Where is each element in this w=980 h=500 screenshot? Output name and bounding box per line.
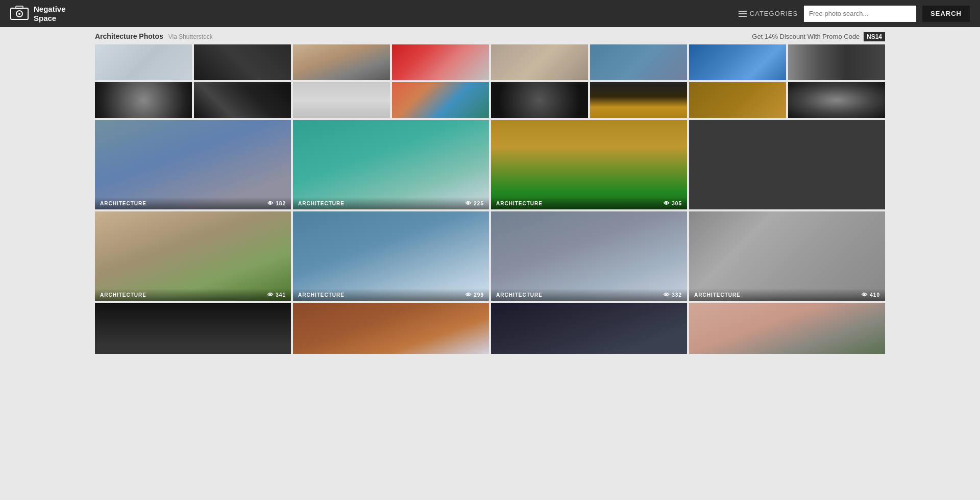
- thumbnail-row-2: [95, 82, 885, 118]
- thumbnail[interactable]: [689, 82, 786, 118]
- thumbnail[interactable]: [293, 44, 390, 80]
- thumbnail[interactable]: [590, 82, 687, 118]
- photo-card[interactable]: ARCHITECTURE👁341: [95, 211, 291, 301]
- thumbnail[interactable]: [194, 82, 291, 118]
- photo-card[interactable]: ARCHITECTURE👁410: [689, 211, 885, 301]
- category-text: ARCHITECTURE: [496, 292, 543, 298]
- promo-banner: Get 14% Discount With Promo Code NS14: [752, 33, 885, 40]
- thumbnail[interactable]: [95, 82, 192, 118]
- header-right: CATEGORIES SEARCH: [739, 6, 970, 22]
- page-title: Architecture Photos: [95, 32, 163, 40]
- photo-card[interactable]: [491, 303, 687, 354]
- card-label: ARCHITECTURE👁341: [95, 289, 291, 301]
- camera-icon: [10, 6, 29, 22]
- thumbnail[interactable]: [590, 44, 687, 80]
- hamburger-icon: [739, 11, 747, 17]
- eye-icon: 👁: [664, 292, 670, 298]
- photo-card[interactable]: ARCHITECTURE👁332: [491, 211, 687, 301]
- promo-text: Get 14% Discount With Promo Code: [752, 33, 860, 40]
- thumbnail[interactable]: [491, 44, 588, 80]
- logo-line2: Space: [34, 14, 56, 22]
- category-text: ARCHITECTURE: [298, 292, 345, 298]
- search-input[interactable]: [804, 6, 916, 22]
- card-row-5: [95, 303, 885, 354]
- gallery: ARCHITECTURE👁182ARCHITECTURE👁225ARCHITEC…: [0, 44, 980, 366]
- eye-icon: 👁: [267, 292, 274, 298]
- category-text: ARCHITECTURE: [100, 201, 146, 206]
- photo-card[interactable]: ARCHITECTURE👁299: [293, 211, 489, 301]
- photo-card[interactable]: ARCHITECTURE👁225: [293, 120, 489, 209]
- view-count: 👁305: [664, 200, 682, 206]
- photo-card[interactable]: [689, 303, 885, 354]
- photo-card[interactable]: [293, 303, 489, 354]
- thumbnail[interactable]: [194, 44, 291, 80]
- eye-icon: 👁: [267, 200, 274, 206]
- view-count: 👁299: [465, 292, 484, 298]
- thumbnail[interactable]: [95, 44, 192, 80]
- thumbnail[interactable]: [689, 44, 786, 80]
- thumbnail[interactable]: [392, 44, 489, 80]
- category-text: ARCHITECTURE: [496, 201, 543, 206]
- svg-point-3: [18, 13, 20, 15]
- category-text: ARCHITECTURE: [298, 201, 345, 206]
- logo[interactable]: Negative Space: [10, 5, 66, 23]
- search-button[interactable]: SEARCH: [922, 6, 970, 22]
- eye-icon: 👁: [465, 200, 472, 206]
- card-row-3: ARCHITECTURE👁182ARCHITECTURE👁225ARCHITEC…: [95, 120, 885, 209]
- card-label: ARCHITECTURE👁299: [293, 289, 489, 301]
- view-count: 👁182: [267, 200, 286, 206]
- photo-card[interactable]: [689, 120, 885, 209]
- thumbnail[interactable]: [491, 82, 588, 118]
- view-count: 👁410: [862, 292, 880, 298]
- categories-label: CATEGORIES: [750, 10, 798, 17]
- svg-rect-2: [16, 6, 23, 9]
- eye-icon: 👁: [664, 200, 670, 206]
- card-label: ARCHITECTURE👁225: [293, 197, 489, 209]
- category-text: ARCHITECTURE: [694, 292, 741, 298]
- thumbnail[interactable]: [788, 82, 885, 118]
- thumbnail[interactable]: [293, 82, 390, 118]
- logo-text: Negative Space: [34, 5, 66, 23]
- thumbnail-row-1: [95, 44, 885, 80]
- photo-card[interactable]: ARCHITECTURE👁305: [491, 120, 687, 209]
- thumbnail[interactable]: [788, 44, 885, 80]
- eye-icon: 👁: [862, 292, 868, 298]
- card-row-4: ARCHITECTURE👁341ARCHITECTURE👁299ARCHITEC…: [95, 211, 885, 301]
- card-label: ARCHITECTURE👁305: [491, 197, 687, 209]
- eye-icon: 👁: [465, 292, 472, 298]
- categories-button[interactable]: CATEGORIES: [739, 10, 798, 17]
- card-label: ARCHITECTURE👁332: [491, 289, 687, 301]
- view-count: 👁225: [465, 200, 484, 206]
- thumbnail[interactable]: [392, 82, 489, 118]
- category-text: ARCHITECTURE: [100, 292, 146, 298]
- photo-card[interactable]: [95, 303, 291, 354]
- photo-card[interactable]: ARCHITECTURE👁182: [95, 120, 291, 209]
- promo-code: NS14: [864, 32, 885, 41]
- header: Negative Space CATEGORIES SEARCH: [0, 0, 980, 27]
- card-label: ARCHITECTURE👁410: [689, 289, 885, 301]
- view-count: 👁332: [664, 292, 682, 298]
- view-count: 👁341: [267, 292, 286, 298]
- subheader: Architecture Photos Via Shutterstock Get…: [0, 27, 980, 44]
- card-label: ARCHITECTURE👁182: [95, 197, 291, 209]
- breadcrumb: Architecture Photos Via Shutterstock: [95, 32, 213, 40]
- via-label: Via Shutterstock: [168, 33, 213, 40]
- logo-line1: Negative: [34, 5, 66, 13]
